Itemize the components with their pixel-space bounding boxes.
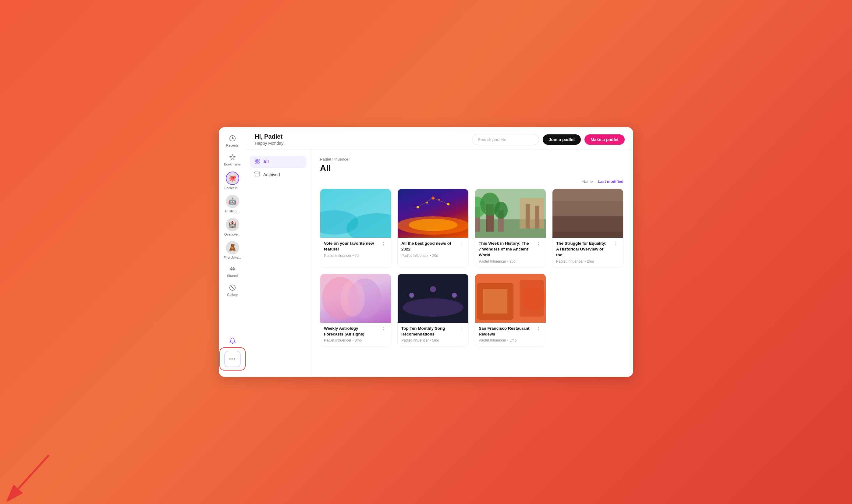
padlets-area: Padlet Influencer All Name Last modified	[310, 150, 633, 377]
shared-icon	[229, 265, 236, 273]
sidebar-item-label: Trusting ...	[224, 209, 240, 213]
padlet-card-4[interactable]: The Struggle for Equality: A Historical …	[552, 188, 623, 268]
svg-point-41	[409, 293, 414, 298]
red-arrow-overlay	[0, 443, 61, 504]
sidebar-item-notifications[interactable]	[220, 334, 245, 347]
padlet-meta-6: Padlet Influencer • 5mo	[401, 338, 465, 342]
avatar-first-joke: 🧸	[226, 241, 239, 254]
sidebar: Recents Bookmarks 🐙 Padlet In... 🤖 Trust…	[219, 127, 246, 377]
sidebar-item-label: Recents	[226, 144, 238, 147]
svg-rect-4	[255, 159, 257, 161]
red-arrow-svg	[0, 443, 61, 504]
svg-point-29	[494, 202, 508, 219]
svg-point-40	[402, 298, 464, 317]
nav-item-all[interactable]: All	[250, 156, 306, 168]
padlet-menu-3[interactable]: ⋮	[535, 241, 542, 248]
svg-rect-30	[520, 198, 544, 229]
padlet-thumb-6	[398, 274, 468, 323]
padlet-info-7: San Francisco Restaurant Reviews ⋮ Padle…	[475, 323, 546, 346]
sidebar-item-gallery[interactable]: Gallery	[220, 281, 245, 299]
greeting-sub: Happy Monday!	[255, 141, 285, 146]
avatar-overjoyed: 🏰	[226, 218, 239, 231]
padlet-menu-2[interactable]: ⋮	[457, 241, 465, 248]
sidebar-bottom: •••	[220, 334, 245, 372]
sidebar-item-shared[interactable]: Shared	[220, 263, 245, 280]
sidebar-item-recents[interactable]: Recents	[220, 132, 245, 150]
padlet-menu-1[interactable]: ⋮	[380, 241, 387, 248]
sidebar-item-label: Overjoye...	[224, 233, 240, 236]
sidebar-item-overjoyed[interactable]: 🏰 Overjoye...	[220, 216, 245, 238]
padlet-card-6[interactable]: Top Ten Monthly Song Recomendations ⋮ Pa…	[397, 274, 469, 347]
padlet-card-1[interactable]: Vote on your favorite new feature! ⋮ Pad…	[320, 188, 391, 268]
svg-point-43	[452, 293, 457, 298]
padlet-menu-4[interactable]: ⋮	[612, 241, 619, 248]
avatar-trusting: 🤖	[226, 195, 239, 208]
sidebar-item-label: First Joke...	[224, 256, 241, 259]
svg-point-14	[409, 219, 457, 231]
svg-line-50	[18, 455, 49, 489]
avatar-padlet-influencer: 🐙	[226, 172, 239, 185]
svg-rect-48	[520, 280, 544, 317]
padlet-thumb-2	[398, 189, 468, 238]
bookmarks-icon	[229, 153, 236, 161]
page-title: All	[320, 163, 623, 173]
sidebar-item-trusting[interactable]: 🤖 Trusting ...	[220, 193, 245, 215]
make-padlet-button[interactable]: Make a padlet	[584, 134, 625, 145]
sidebar-item-bookmarks[interactable]: Bookmarks	[220, 151, 245, 168]
join-padlet-button[interactable]: Join a padlet	[543, 134, 581, 145]
sort-by-last-modified[interactable]: Last modified	[598, 179, 623, 184]
svg-rect-7	[258, 162, 259, 163]
svg-rect-31	[526, 204, 530, 229]
padlet-menu-7[interactable]: ⋮	[535, 326, 542, 333]
padlet-thumb-3	[475, 189, 546, 238]
padlet-title-4: The Struggle for Equality: A Historical …	[556, 241, 610, 258]
padlet-card-2[interactable]: All the best good news of 2022 ⋮ Padlet …	[397, 188, 469, 268]
padlet-title-1: Vote on your favorite new feature!	[324, 241, 378, 252]
sort-bar: Name Last modified	[320, 179, 623, 184]
nav-item-archived-label: Archived	[263, 172, 280, 177]
sort-by-name[interactable]: Name	[582, 179, 593, 184]
more-button[interactable]: •••	[224, 351, 241, 367]
sidebar-item-label: Gallery	[227, 293, 238, 296]
svg-line-20	[418, 198, 433, 207]
nav-item-archived[interactable]: Archived	[250, 168, 306, 181]
sidebar-item-padlet-influencer[interactable]: 🐙 Padlet In...	[220, 170, 245, 192]
sidebar-item-label: Padlet In...	[224, 186, 240, 190]
padlet-menu-5[interactable]: ⋮	[380, 326, 387, 333]
padlet-meta-5: Padlet Influencer • 3mo	[324, 338, 387, 342]
all-icon	[254, 159, 260, 165]
svg-rect-35	[552, 201, 623, 232]
greeting-name: Hi, Padlet	[255, 133, 285, 140]
header-greeting: Hi, Padlet Happy Monday!	[255, 133, 285, 146]
padlet-meta-3: Padlet Influencer • 25d	[479, 259, 542, 264]
padlet-card-3[interactable]: This Week in History: The 7 Wonders of t…	[475, 188, 546, 268]
padlet-grid: Vote on your favorite new feature! ⋮ Pad…	[320, 188, 623, 346]
padlet-title-6: Top Ten Monthly Song Recomendations	[401, 326, 455, 337]
svg-rect-8	[255, 172, 260, 173]
archived-icon	[254, 171, 260, 178]
padlet-info-5: Weekly Astrology Forecasts (All signs) ⋮…	[320, 323, 391, 346]
padlet-title-5: Weekly Astrology Forecasts (All signs)	[324, 326, 378, 337]
svg-line-21	[433, 198, 448, 204]
sidebar-item-label: Shared	[227, 274, 238, 277]
padlet-info-2: All the best good news of 2022 ⋮ Padlet …	[398, 238, 468, 262]
padlet-card-5[interactable]: Weekly Astrology Forecasts (All signs) ⋮…	[320, 274, 391, 347]
svg-point-42	[430, 286, 436, 292]
padlet-thumb-4	[552, 189, 623, 238]
padlet-thumb-1	[320, 189, 391, 238]
search-input[interactable]	[472, 134, 539, 145]
padlet-title-3: This Week in History: The 7 Wonders of t…	[479, 241, 532, 258]
notifications-icon	[229, 337, 236, 345]
main-content: Hi, Padlet Happy Monday! Join a padlet M…	[246, 127, 633, 377]
padlet-meta-4: Padlet Influencer • 2mo	[556, 259, 619, 264]
padlet-info-3: This Week in History: The 7 Wonders of t…	[475, 238, 546, 267]
left-nav: All Archived	[246, 150, 310, 377]
padlet-menu-6[interactable]: ⋮	[457, 326, 465, 333]
padlet-card-7[interactable]: San Francisco Restaurant Reviews ⋮ Padle…	[475, 274, 546, 347]
svg-marker-1	[230, 155, 235, 160]
padlet-meta-1: Padlet Influencer • 7d	[324, 253, 387, 258]
sidebar-item-more[interactable]: •••	[220, 348, 245, 370]
more-icon: •••	[229, 357, 236, 361]
sidebar-item-first-joke[interactable]: 🧸 First Joke...	[220, 239, 245, 261]
padlet-title-2: All the best good news of 2022	[401, 241, 455, 252]
